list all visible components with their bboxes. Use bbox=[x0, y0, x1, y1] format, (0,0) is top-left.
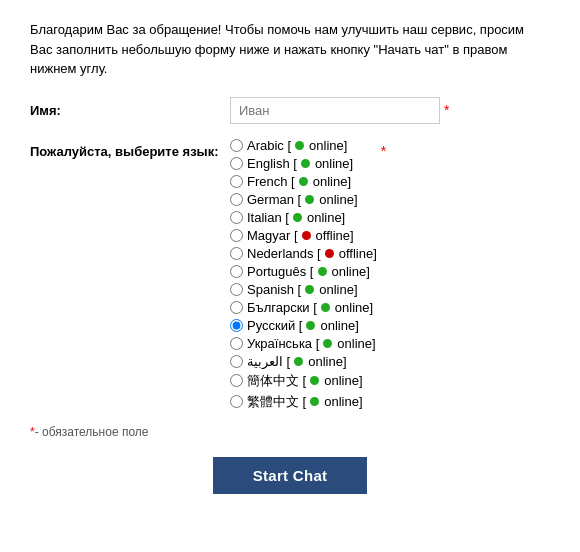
name-row: Имя: * bbox=[30, 97, 550, 124]
radio-portugues[interactable] bbox=[230, 265, 243, 278]
intro-text: Благодарим Вас за обращение! Чтобы помоч… bbox=[30, 20, 550, 79]
required-note: *- обязательное поле bbox=[30, 425, 550, 439]
status-dot-portugues bbox=[318, 267, 327, 276]
radio-nederlands[interactable] bbox=[230, 247, 243, 260]
radio-english[interactable] bbox=[230, 157, 243, 170]
name-input[interactable] bbox=[230, 97, 440, 124]
status-dot-russian bbox=[306, 321, 315, 330]
status-dot-traditional_chinese bbox=[310, 397, 319, 406]
language-option-bulgarian[interactable]: Български [ online] bbox=[230, 300, 377, 315]
status-dot-ukrainian bbox=[323, 339, 332, 348]
language-option-traditional_chinese[interactable]: 繁體中文 [ online] bbox=[230, 393, 377, 411]
language-option-ukrainian[interactable]: Українська [ online] bbox=[230, 336, 377, 351]
radio-arabic[interactable] bbox=[230, 139, 243, 152]
radio-simplified_chinese[interactable] bbox=[230, 374, 243, 387]
radio-spanish[interactable] bbox=[230, 283, 243, 296]
status-dot-nederlands bbox=[325, 249, 334, 258]
language-row: Пожалуйста, выберите язык: Arabic [ onli… bbox=[30, 138, 550, 411]
name-field: * bbox=[230, 97, 550, 124]
status-dot-italian bbox=[293, 213, 302, 222]
status-dot-spanish bbox=[305, 285, 314, 294]
status-dot-bulgarian bbox=[321, 303, 330, 312]
name-required-star: * bbox=[444, 97, 449, 117]
language-option-italian[interactable]: Italian [ online] bbox=[230, 210, 377, 225]
status-dot-magyar bbox=[302, 231, 311, 240]
language-option-english[interactable]: English [ online] bbox=[230, 156, 377, 171]
language-option-russian[interactable]: Русский [ online] bbox=[230, 318, 377, 333]
language-option-nederlands[interactable]: Nederlands [ offline] bbox=[230, 246, 377, 261]
language-label: Пожалуйста, выберите язык: bbox=[30, 138, 230, 159]
status-dot-english bbox=[301, 159, 310, 168]
status-dot-arabic2 bbox=[294, 357, 303, 366]
form-container: Имя: * Пожалуйста, выберите язык: Arabic… bbox=[30, 97, 550, 494]
language-field: Arabic [ online]English [ online]French … bbox=[230, 138, 550, 411]
start-chat-button[interactable]: Start Chat bbox=[213, 457, 368, 494]
status-dot-german bbox=[305, 195, 314, 204]
language-option-simplified_chinese[interactable]: 簡体中文 [ online] bbox=[230, 372, 377, 390]
radio-magyar[interactable] bbox=[230, 229, 243, 242]
radio-traditional_chinese[interactable] bbox=[230, 395, 243, 408]
radio-french[interactable] bbox=[230, 175, 243, 188]
language-option-arabic[interactable]: Arabic [ online] bbox=[230, 138, 377, 153]
language-option-german[interactable]: German [ online] bbox=[230, 192, 377, 207]
radio-russian[interactable] bbox=[230, 319, 243, 332]
language-radio-group: Arabic [ online]English [ online]French … bbox=[230, 138, 377, 411]
radio-italian[interactable] bbox=[230, 211, 243, 224]
language-option-arabic2[interactable]: العربية [ online] bbox=[230, 354, 377, 369]
status-dot-arabic bbox=[295, 141, 304, 150]
radio-german[interactable] bbox=[230, 193, 243, 206]
status-dot-french bbox=[299, 177, 308, 186]
radio-bulgarian[interactable] bbox=[230, 301, 243, 314]
status-dot-simplified_chinese bbox=[310, 376, 319, 385]
language-option-french[interactable]: French [ online] bbox=[230, 174, 377, 189]
language-option-portugues[interactable]: Português [ online] bbox=[230, 264, 377, 279]
radio-ukrainian[interactable] bbox=[230, 337, 243, 350]
language-required-star: * bbox=[381, 138, 386, 158]
language-option-spanish[interactable]: Spanish [ online] bbox=[230, 282, 377, 297]
radio-arabic2[interactable] bbox=[230, 355, 243, 368]
name-label: Имя: bbox=[30, 97, 230, 118]
language-option-magyar[interactable]: Magyar [ offline] bbox=[230, 228, 377, 243]
